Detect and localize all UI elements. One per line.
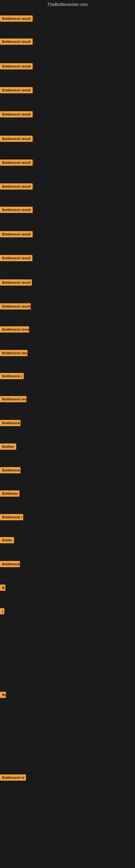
bottleneck-badge: Bottleneck result [0, 207, 33, 213]
bottleneck-item: Bottleneck result [0, 135, 33, 143]
bottleneck-item: Bottleneck result [0, 279, 32, 287]
bottleneck-item: Bottleneck [0, 467, 20, 474]
bottleneck-badge: Bottleneck resul [0, 350, 28, 356]
bottleneck-item: Bottleneck r [0, 373, 24, 380]
bottleneck-badge: Bo [0, 692, 6, 698]
bottleneck-item: Bottleneck result [0, 207, 33, 214]
bottleneck-item: Bottleneck result [0, 87, 33, 94]
bottleneck-item: Bottleneck result [0, 63, 33, 70]
bottleneck-badge: Bottleneck result [0, 63, 33, 69]
bottleneck-badge: Bottleneck re [0, 774, 26, 781]
bottleneck-item: Bottleneck [0, 420, 20, 427]
bottleneck-item: Bottleneck result [0, 38, 33, 46]
bottleneck-badge: Bottleneck result [0, 159, 33, 166]
bottleneck-item: Bottleneck result [0, 183, 33, 191]
bottleneck-item: Bottleneck result [0, 255, 32, 262]
bottleneck-badge: Bottleneck [0, 561, 20, 567]
bottleneck-item: Bottlenec [0, 490, 19, 498]
bottleneck-item: Bottlen [0, 443, 16, 451]
bottleneck-item: Bottleneck result [0, 159, 33, 167]
bottleneck-badge: Bottleneck resu [0, 396, 27, 402]
bottleneck-item: B [0, 585, 5, 592]
bottleneck-item: Bottle [0, 537, 14, 545]
bottleneck-badge: Bottleneck result [0, 87, 33, 93]
bottleneck-badge: Bottleneck result [0, 16, 33, 22]
bottleneck-item: Bo [0, 692, 6, 699]
bottleneck-badge: Bottleneck result [0, 183, 33, 190]
bottleneck-badge: Bottleneck result [0, 231, 33, 237]
bottleneck-item: Bottleneck resu [0, 396, 27, 403]
bottleneck-item: | [0, 608, 4, 616]
bottleneck-item: Bottleneck result [0, 16, 33, 23]
bottleneck-item: Bottleneck result [0, 303, 31, 311]
site-title: TheBottlenecker.com [0, 0, 135, 9]
bottleneck-badge: B [0, 585, 5, 591]
bottleneck-item: Bottleneck r [0, 514, 23, 521]
bottleneck-badge: Bottlen [0, 443, 16, 450]
bottleneck-item: Bottleneck resul [0, 350, 28, 357]
bottleneck-badge: | [0, 608, 4, 614]
bottleneck-badge: Bottleneck result [0, 111, 33, 118]
bottleneck-badge: Bottleneck result [0, 135, 33, 142]
bottleneck-item: Bottleneck re [0, 774, 26, 782]
bottleneck-item: Bottleneck result [0, 326, 29, 334]
bottleneck-badge: Bottleneck result [0, 303, 31, 310]
bottleneck-badge: Bottleneck result [0, 279, 32, 286]
bottleneck-badge: Bottleneck r [0, 373, 24, 379]
bottleneck-badge: Bottleneck [0, 420, 20, 426]
bottleneck-item: Bottleneck [0, 561, 20, 568]
bottleneck-badge: Bottleneck result [0, 255, 32, 261]
bottleneck-item: Bottleneck result [0, 231, 33, 239]
bottleneck-badge: Bottlenec [0, 490, 19, 497]
bottleneck-badge: Bottleneck r [0, 514, 23, 520]
bottleneck-badge: Bottleneck result [0, 38, 33, 45]
bottleneck-badge: Bottleneck result [0, 326, 29, 333]
bottleneck-badge: Bottle [0, 537, 14, 543]
bottleneck-item: Bottleneck result [0, 111, 33, 119]
bottleneck-badge: Bottleneck [0, 467, 20, 473]
